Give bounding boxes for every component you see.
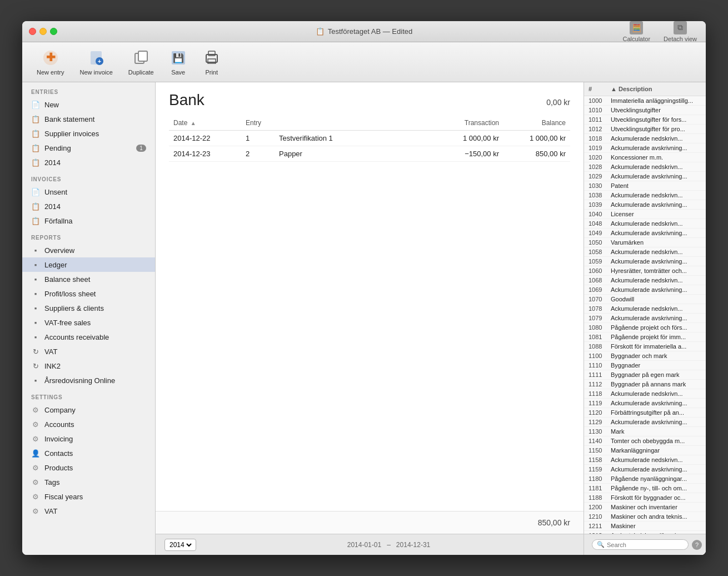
right-panel-account-row[interactable]: 1130 Mark — [584, 427, 706, 436]
sidebar-item-unsent[interactable]: 📄 Unsent — [22, 185, 155, 199]
sidebar-item-vat-free-sales[interactable]: ▪ VAT-free sales — [22, 315, 155, 330]
calculator-button[interactable]: 🧮 Calculator — [623, 21, 651, 42]
right-panel-account-row[interactable]: 1088 Förskott för immateriella a... — [584, 342, 706, 351]
right-panel-account-row[interactable]: 1180 Pågående nyanläggningar... — [584, 474, 706, 484]
sidebar-item-tags[interactable]: ⚙ Tags — [22, 475, 155, 489]
col-entry[interactable]: Entry — [241, 116, 275, 131]
sidebar-item-ledger[interactable]: ▪ Ledger — [22, 257, 155, 272]
sidebar-item-vat-settings[interactable]: ⚙ VAT — [22, 504, 155, 518]
detach-view-button[interactable]: ⧉ Detach view — [664, 21, 697, 42]
col-transaction[interactable]: Transaction — [426, 116, 503, 131]
right-panel-account-row[interactable]: 1078 Ackumulerade nedskrivn... — [584, 304, 706, 314]
sidebar-item-arsredovisning[interactable]: ▪ Årsredovisning Online — [22, 373, 155, 388]
right-panel-account-row[interactable]: 1020 Koncessioner m.m. — [584, 153, 706, 162]
search-input[interactable] — [607, 542, 684, 548]
sidebar-item-forfallna[interactable]: 📋 Förfallna — [22, 213, 155, 228]
right-panel-account-row[interactable]: 1211 Maskiner — [584, 522, 706, 531]
new-invoice-button[interactable]: + New invoice — [74, 46, 118, 79]
sidebar-item-contacts[interactable]: 👤 Contacts — [22, 446, 155, 460]
sidebar-item-profit-loss[interactable]: ▪ Profit/loss sheet — [22, 286, 155, 301]
right-panel-account-row[interactable]: 1012 Utvecklingsutgifter för pro... — [584, 125, 706, 134]
right-panel-account-row[interactable]: 1119 Ackumulerade avskrivning... — [584, 399, 706, 408]
right-panel-account-row[interactable]: 1140 Tomter och obebyggda m... — [584, 436, 706, 446]
accounts-receivable-icon: ▪ — [31, 332, 40, 341]
right-panel-account-row[interactable]: 1120 Förbättringsutgifter på an... — [584, 408, 706, 418]
col-date[interactable]: Date ▲ — [169, 116, 241, 131]
right-panel-account-row[interactable]: 1019 Ackumulerade avskrivning... — [584, 143, 706, 153]
right-panel-account-row[interactable]: 1050 Varumärken — [584, 238, 706, 247]
right-panel-account-row[interactable]: 1048 Ackumulerade nedskrivn... — [584, 219, 706, 229]
content-footer: 850,00 kr — [156, 511, 584, 534]
right-panel-account-row[interactable]: 1081 Pågående projekt för imm... — [584, 332, 706, 342]
sidebar-item-balance-sheet[interactable]: ▪ Balance sheet — [22, 272, 155, 286]
table-row[interactable]: 2014-12-23 2 Papper −150,00 kr 850,00 kr — [169, 146, 570, 162]
right-panel-account-row[interactable]: 1070 Goodwill — [584, 295, 706, 304]
year-select[interactable]: 2014 — [167, 540, 193, 549]
sidebar-item-accounts-receivable[interactable]: ▪ Accounts receivable — [22, 330, 155, 344]
right-panel-account-row[interactable]: 1100 Byggnader och mark — [584, 351, 706, 361]
table-row[interactable]: 2014-12-22 1 Testverifikation 1 1 000,00… — [169, 131, 570, 146]
right-panel-account-row[interactable]: 1029 Ackumulerade avskrivning... — [584, 172, 706, 181]
right-panel-account-row[interactable]: 1010 Utvecklingsutgifter — [584, 106, 706, 115]
right-panel-account-row[interactable]: 1040 Licenser — [584, 210, 706, 219]
maximize-button[interactable] — [50, 28, 57, 35]
right-panel-account-row[interactable]: 1112 Byggnader på annans mark — [584, 380, 706, 389]
right-panel-account-row[interactable]: 1110 Byggnader — [584, 361, 706, 370]
search-box[interactable]: 🔍 — [592, 539, 689, 550]
balance-sheet-icon: ▪ — [31, 275, 40, 284]
sidebar-item-company[interactable]: ⚙ Company — [22, 403, 155, 417]
account-num: 1012 — [589, 126, 611, 132]
right-panel-account-row[interactable]: 1000 Immateriella anläggningstillg... — [584, 96, 706, 106]
close-button[interactable] — [29, 28, 36, 35]
right-panel-account-row[interactable]: 1068 Ackumulerade nedskrivn... — [584, 276, 706, 285]
right-panel-account-row[interactable]: 1158 Ackumulerade nedskrivn... — [584, 455, 706, 465]
sidebar-item-products[interactable]: ⚙ Products — [22, 460, 155, 475]
right-panel-account-row[interactable]: 1111 Byggnader på egen mark — [584, 370, 706, 380]
right-panel-account-row[interactable]: 1159 Ackumulerade avskrivning... — [584, 465, 706, 474]
year-selector[interactable]: 2014 — [164, 539, 196, 551]
right-panel-account-row[interactable]: 1038 Ackumulerade nedskrivn... — [584, 191, 706, 200]
right-panel-account-row[interactable]: 1030 Patent — [584, 181, 706, 191]
right-panel-account-row[interactable]: 1039 Ackumulerade avskrivning... — [584, 200, 706, 210]
duplicate-button[interactable]: Duplicate — [123, 46, 159, 79]
print-button[interactable]: Print — [197, 46, 226, 79]
minimize-button[interactable] — [39, 28, 47, 35]
right-panel-account-row[interactable]: 1058 Ackumulerade nedskrivn... — [584, 247, 706, 257]
help-button[interactable]: ? — [692, 540, 702, 550]
sidebar-item-pending[interactable]: 📋 Pending 1 — [22, 141, 155, 155]
right-panel-account-row[interactable]: 1011 Utvecklingsutgifter för fors... — [584, 115, 706, 125]
right-panel-account-row[interactable]: 1049 Ackumulerade avskrivning... — [584, 229, 706, 238]
col-balance[interactable]: Balance — [503, 116, 570, 131]
sidebar-item-overview[interactable]: ▪ Overview — [22, 243, 155, 257]
right-panel-account-row[interactable]: 1059 Ackumulerade avskrivning... — [584, 257, 706, 266]
account-desc: Utvecklingsutgifter — [611, 107, 701, 113]
right-panel-account-row[interactable]: 1080 Pågående projekt och förs... — [584, 323, 706, 332]
sidebar-item-suppliers-clients[interactable]: ▪ Suppliers & clients — [22, 301, 155, 315]
right-panel-account-row[interactable]: 1181 Pågående ny-, till- och om... — [584, 484, 706, 493]
sidebar-item-fiscal-years[interactable]: ⚙ Fiscal years — [22, 489, 155, 504]
right-panel-account-row[interactable]: 1018 Ackumulerade nedskrivn... — [584, 134, 706, 143]
right-panel-account-row[interactable]: 1118 Ackumulerade nedskrivn... — [584, 389, 706, 399]
right-panel-account-row[interactable]: 1188 Förskott för byggnader oc... — [584, 493, 706, 503]
sidebar-item-bank-statement[interactable]: 📋 Bank statement — [22, 112, 155, 126]
sidebar-item-invoicing[interactable]: ⚙ Invoicing — [22, 431, 155, 446]
right-panel-account-row[interactable]: 1069 Ackumulerade avskrivning... — [584, 285, 706, 295]
sidebar-item-new[interactable]: 📄 New — [22, 97, 155, 112]
right-panel-account-row[interactable]: 1028 Ackumulerade nedskrivn... — [584, 162, 706, 172]
sidebar-item-ink2[interactable]: ↻ INK2 — [22, 359, 155, 373]
right-panel-account-row[interactable]: 1150 Markanläggningar — [584, 446, 706, 455]
right-panel-account-row[interactable]: 1200 Maskiner och inventarier — [584, 503, 706, 512]
fiscal-years-icon: ⚙ — [31, 492, 40, 501]
sidebar-item-2014-invoices[interactable]: 📋 2014 — [22, 199, 155, 213]
right-panel-account-row[interactable]: 1079 Ackumulerade avskrivning... — [584, 314, 706, 323]
save-button[interactable]: 💾 Save — [164, 46, 193, 79]
new-entry-button[interactable]: ✚ New entry — [31, 46, 70, 79]
sidebar-item-supplier-invoices[interactable]: 📋 Supplier invoices — [22, 126, 155, 141]
right-panel-account-row[interactable]: 1210 Maskiner och andra teknis... — [584, 512, 706, 522]
sidebar-item-vat[interactable]: ↻ VAT — [22, 344, 155, 359]
sidebar-item-accounts[interactable]: ⚙ Accounts — [22, 417, 155, 431]
sidebar-item-2014-entries[interactable]: 📋 2014 — [22, 155, 155, 170]
account-desc: Byggnader på egen mark — [611, 371, 701, 378]
right-panel-account-row[interactable]: 1060 Hyresrätter, tomträtter och... — [584, 266, 706, 276]
right-panel-account-row[interactable]: 1129 Ackumulerade avskrivning... — [584, 418, 706, 427]
